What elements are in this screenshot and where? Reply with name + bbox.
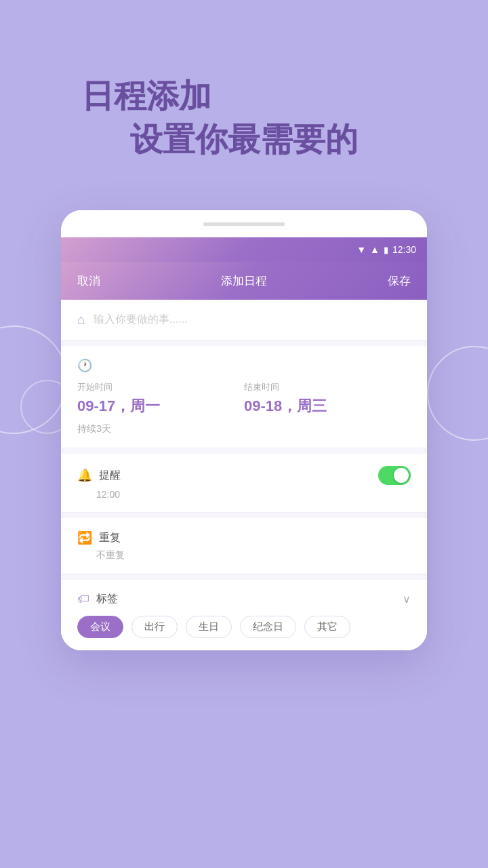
app-header: 取消 添加日程 保存 bbox=[61, 262, 427, 300]
time-header: 🕐 bbox=[77, 358, 411, 373]
tag-list: 会议出行生日纪念日其它 bbox=[77, 616, 411, 638]
task-input-section[interactable]: ⌂ 输入你要做的事...... bbox=[61, 300, 427, 340]
header-title: 添加日程 bbox=[221, 273, 267, 289]
hero-section: 日程添加 设置你最需要的 bbox=[0, 75, 488, 161]
reminder-label: 提醒 bbox=[99, 469, 121, 483]
tag-label: 标签 bbox=[96, 592, 118, 606]
reminder-left: 🔔 提醒 bbox=[77, 468, 121, 483]
repeat-section[interactable]: 🔁 重复 不重复 bbox=[61, 518, 427, 574]
status-icons: ▼ ▲ ▮ 12:30 bbox=[357, 244, 416, 255]
reminder-toggle[interactable] bbox=[378, 466, 411, 485]
start-time-value: 09-17，周一 bbox=[77, 396, 244, 416]
duration-text: 持续3天 bbox=[77, 423, 411, 435]
save-button[interactable]: 保存 bbox=[388, 273, 411, 289]
end-time-value: 09-18，周三 bbox=[244, 396, 411, 416]
tag-item-anniversary[interactable]: 纪念日 bbox=[240, 616, 296, 638]
status-time: 12:30 bbox=[392, 244, 416, 255]
tag-header: 🏷 标签 ∨ bbox=[77, 592, 411, 606]
tag-item-birthday[interactable]: 生日 bbox=[186, 616, 232, 638]
tag-icon: 🏷 bbox=[77, 592, 89, 606]
end-time-block[interactable]: 结束时间 09-18，周三 bbox=[244, 381, 411, 416]
bg-decoration-circle-left bbox=[0, 326, 68, 434]
battery-icon: ▮ bbox=[384, 245, 388, 255]
status-bar: ▼ ▲ ▮ 12:30 bbox=[61, 237, 427, 262]
signal-icon: ▲ bbox=[370, 244, 380, 255]
clock-icon: 🕐 bbox=[77, 358, 92, 373]
bg-decoration-circle-right bbox=[427, 346, 488, 441]
tag-item-other[interactable]: 其它 bbox=[304, 616, 350, 638]
hero-line2: 设置你最需要的 bbox=[0, 118, 488, 161]
reminder-time: 12:00 bbox=[77, 489, 411, 500]
phone-mockup: ▼ ▲ ▮ 12:30 取消 添加日程 保存 ⌂ 输入你要做的事...... 🕐… bbox=[61, 210, 427, 650]
chevron-down-icon[interactable]: ∨ bbox=[403, 593, 411, 606]
cancel-button[interactable]: 取消 bbox=[77, 273, 100, 289]
task-input-placeholder[interactable]: 输入你要做的事...... bbox=[94, 313, 188, 327]
toggle-knob bbox=[394, 468, 409, 483]
content-area: ⌂ 输入你要做的事...... 🕐 开始时间 09-17，周一 结束时间 09-… bbox=[61, 300, 427, 650]
reminder-section: 🔔 提醒 12:00 bbox=[61, 454, 427, 513]
repeat-label: 重复 bbox=[99, 531, 121, 545]
hero-line1: 日程添加 bbox=[0, 75, 488, 118]
repeat-icon: 🔁 bbox=[77, 530, 92, 545]
tag-item-meeting[interactable]: 会议 bbox=[77, 616, 123, 638]
bell-icon: 🔔 bbox=[77, 468, 92, 483]
start-time-block[interactable]: 开始时间 09-17，周一 bbox=[77, 381, 244, 416]
start-time-label: 开始时间 bbox=[77, 381, 244, 393]
tag-item-travel[interactable]: 出行 bbox=[131, 616, 178, 638]
tag-header-left: 🏷 标签 bbox=[77, 592, 118, 606]
end-time-label: 结束时间 bbox=[244, 381, 411, 393]
task-icon: ⌂ bbox=[77, 312, 85, 328]
time-section: 🕐 开始时间 09-17，周一 结束时间 09-18，周三 持续3天 bbox=[61, 346, 427, 448]
time-row: 开始时间 09-17，周一 结束时间 09-18，周三 bbox=[77, 381, 411, 416]
tag-section: 🏷 标签 ∨ 会议出行生日纪念日其它 bbox=[61, 580, 427, 650]
notch-bar bbox=[203, 222, 285, 226]
wifi-icon: ▼ bbox=[357, 244, 366, 255]
notch-area bbox=[61, 210, 427, 237]
repeat-value: 不重复 bbox=[77, 549, 411, 561]
reminder-header: 🔔 提醒 bbox=[77, 466, 411, 485]
repeat-header: 🔁 重复 bbox=[77, 530, 411, 545]
